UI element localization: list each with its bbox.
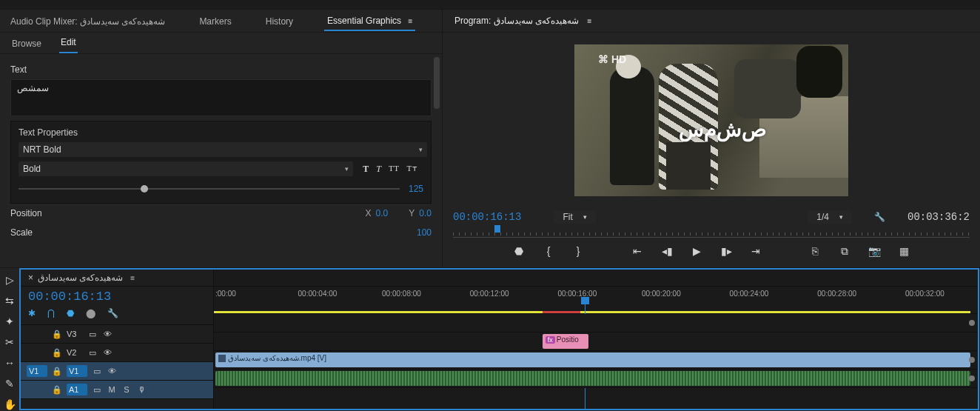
track-header-v3[interactable]: 🔒 V3 ▭ 👁 (21, 325, 213, 344)
font-size-slider[interactable] (19, 188, 400, 190)
position-x-value[interactable]: 0.0 (376, 208, 389, 218)
audio-clip[interactable] (215, 371, 970, 386)
panel-scrollbar[interactable] (432, 54, 442, 267)
tab-program[interactable]: Program: شەھیدەکەی سەیدسادق ≡ (453, 13, 593, 30)
text-input[interactable]: سمشص (10, 79, 432, 116)
video-clip[interactable]: شەھیدەکەی سەیدسادق.mp4 [V] (215, 352, 970, 367)
track-label: V3 (67, 330, 83, 338)
settings-icon[interactable]: 🔧 (874, 212, 885, 222)
work-area-bar[interactable] (543, 311, 581, 313)
extract-icon[interactable]: ⧉ (838, 245, 851, 258)
lock-icon[interactable]: 🔒 (52, 348, 62, 358)
step-forward-icon[interactable]: ▮▸ (719, 245, 733, 257)
tab-label: Program: شەھیدەکەی سەیدسادق (454, 16, 579, 26)
sync-lock-icon[interactable]: ▭ (92, 385, 102, 395)
lock-icon[interactable]: 🔒 (52, 367, 62, 376)
tab-history[interactable]: History (263, 12, 296, 30)
fx-badge: fx (546, 336, 555, 344)
tab-markers[interactable]: Markers (196, 12, 234, 30)
step-back-icon[interactable]: ◂▮ (660, 245, 674, 257)
subtab-edit[interactable]: Edit (59, 33, 78, 53)
keyframe-dot-icon (969, 375, 975, 381)
lane-a1[interactable] (214, 370, 978, 388)
essential-graphics-panel: Audio Clip Mixer: شەھیدەکەی سەیدسادق Mar… (0, 10, 443, 267)
close-sequence-icon[interactable]: × (28, 273, 38, 283)
allcaps-button[interactable]: TT (389, 164, 399, 175)
position-y-value[interactable]: 0.0 (419, 208, 432, 218)
comparison-view-icon[interactable]: ▦ (897, 245, 910, 257)
lock-icon[interactable]: 🔒 (52, 385, 62, 395)
add-marker-icon[interactable]: ⬣ (67, 308, 74, 318)
toggle-track-output-icon[interactable]: 👁 (107, 367, 117, 375)
work-baseline (214, 311, 970, 313)
timeline-timecode[interactable]: 00:00:16:13 (21, 287, 213, 305)
tool-palette: ▷ ⇆ ✦ ✂ ↔ ✎ ✋ (0, 0, 19, 410)
mark-out-icon[interactable]: } (571, 245, 585, 257)
track-target-a1[interactable]: A1 (67, 384, 87, 395)
font-family-dropdown[interactable]: NRT Bold ▾ (19, 142, 427, 157)
tab-audio-clip-mixer[interactable]: Audio Clip Mixer: شەھیدەکەی سەیدسادق (7, 12, 168, 30)
sync-lock-icon[interactable]: ▭ (87, 330, 98, 339)
playhead-icon[interactable] (494, 225, 500, 233)
resolution-dropdown[interactable]: 1/4 ▾ (808, 210, 852, 224)
wrench-icon[interactable]: 🔧 (107, 308, 118, 318)
lock-icon[interactable]: 🔒 (52, 330, 62, 339)
sync-lock-icon[interactable]: ▭ (92, 367, 102, 376)
linked-selection-icon[interactable]: ⋂ (47, 308, 55, 318)
program-timecode[interactable]: 00:00:16:13 (453, 211, 521, 223)
voiceover-record-icon[interactable]: 🎙 (136, 385, 147, 394)
font-weight-dropdown[interactable]: Bold ▾ (19, 161, 353, 176)
timeline-ruler[interactable]: :00:00 00:00:04:00 00:00:08:00 00:00:12:… (214, 287, 978, 314)
lane-v3[interactable] (214, 314, 978, 333)
pen-tool-icon[interactable]: ✎ (5, 378, 14, 390)
faux-bold-button[interactable]: T (363, 164, 369, 175)
lane-v1[interactable]: شەھیدەکەی سەیدسادق.mp4 [V] (214, 351, 978, 370)
sync-lock-icon[interactable]: ▭ (87, 348, 98, 358)
lift-icon[interactable]: ⎘ (808, 245, 822, 257)
toggle-track-output-icon[interactable]: 👁 (102, 348, 113, 357)
position-y-label: Y (409, 208, 419, 218)
scene-element (796, 46, 842, 98)
go-to-in-icon[interactable]: ⇤ (631, 245, 644, 257)
ruler-tick: 00:00:20:00 (642, 290, 681, 298)
ruler-tick: 00:00:32:00 (905, 290, 944, 298)
panel-menu-icon[interactable]: ≡ (581, 17, 591, 25)
toggle-track-output-icon[interactable]: 👁 (102, 330, 113, 338)
panel-menu-icon[interactable]: ≡ (403, 17, 412, 25)
export-frame-icon[interactable]: 📷 (867, 245, 881, 257)
add-marker-icon[interactable]: ⬣ (512, 245, 526, 257)
font-size-value[interactable]: 125 (409, 184, 423, 194)
graphic-overlay-text[interactable]: ص‌ش‌م‌س (679, 117, 767, 141)
slider-thumb-icon[interactable] (141, 185, 148, 193)
track-target-v1[interactable]: V1 (67, 365, 87, 377)
panel-menu-icon[interactable]: ≡ (123, 274, 135, 282)
snap-icon[interactable]: ✱ (28, 308, 36, 318)
hand-tool-icon[interactable]: ✋ (4, 398, 16, 410)
program-time-ruler[interactable] (453, 227, 970, 238)
zoom-fit-dropdown[interactable]: Fit ▾ (554, 210, 595, 224)
scale-label: Scale (10, 227, 417, 238)
scale-value[interactable]: 100 (417, 227, 432, 238)
mute-button[interactable]: M (107, 385, 117, 394)
track-header-a1[interactable]: 🔒 A1 ▭ M S 🎙 (21, 381, 213, 399)
selection-tool-icon[interactable]: ▷ (6, 274, 14, 286)
source-patch-v1[interactable]: V1 (27, 365, 47, 377)
track-header-v2[interactable]: 🔒 V2 ▭ 👁 (21, 344, 213, 362)
slip-tool-icon[interactable]: ↔ (4, 357, 15, 369)
timeline-settings-icon[interactable]: ⬤ (86, 308, 95, 318)
track-header-v1[interactable]: V1 🔒 V1 ▭ 👁 (21, 362, 213, 381)
ruler-tick: 00:00:12:00 (470, 290, 509, 298)
ripple-edit-tool-icon[interactable]: ✦ (5, 315, 14, 327)
lane-v2[interactable]: fxPositio (214, 333, 978, 351)
go-to-out-icon[interactable]: ⇥ (749, 245, 762, 257)
graphic-clip[interactable]: fxPositio (543, 334, 588, 349)
mark-in-icon[interactable]: { (542, 245, 555, 257)
razor-tool-icon[interactable]: ✂ (5, 336, 14, 348)
play-icon[interactable]: ▶ (690, 245, 703, 257)
smallcaps-button[interactable]: Tᴛ (407, 164, 417, 175)
track-select-tool-icon[interactable]: ⇆ (5, 295, 14, 307)
tab-essential-graphics[interactable]: Essential Graphics ≡ (324, 11, 415, 31)
solo-button[interactable]: S (121, 385, 132, 394)
sequence-tab[interactable]: × شەھیدەکەی سەیدسادق ≡ (21, 270, 213, 287)
faux-italic-button[interactable]: T (376, 164, 381, 175)
